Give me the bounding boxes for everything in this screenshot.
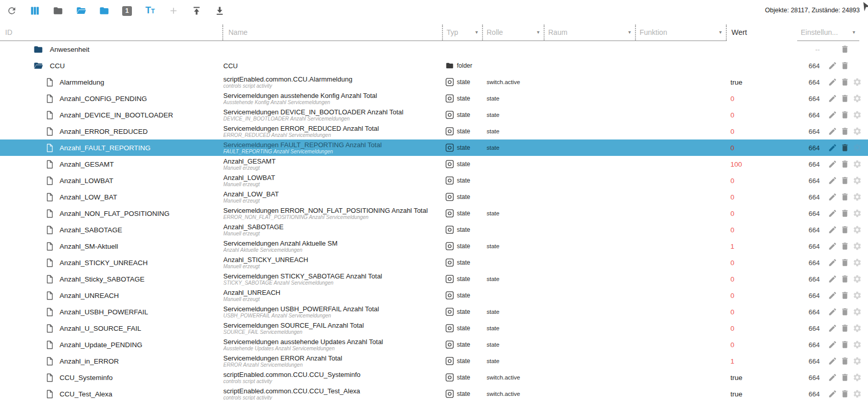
edit-icon[interactable] — [827, 176, 837, 186]
edit-icon[interactable] — [827, 77, 837, 87]
delete-icon[interactable] — [840, 242, 850, 251]
table-row[interactable]: CCU_SysteminfoscriptEnabled.common.CCU.C… — [0, 369, 868, 386]
edit-icon[interactable] — [827, 61, 837, 71]
delete-icon[interactable] — [840, 127, 850, 136]
table-row[interactable]: Anzahl_UNREACHAnzahl_UNREACHManuell erze… — [0, 287, 868, 304]
table-row[interactable]: CCUCCUfolder664 — [0, 57, 868, 74]
typ-filter-select[interactable]: Typ ▾ — [443, 24, 482, 41]
object-value-cell[interactable]: 0 — [726, 107, 794, 123]
refresh-icon[interactable] — [6, 5, 17, 17]
tree-item[interactable]: Anzahl_DEVICE_IN_BOOTLOADER — [0, 107, 223, 123]
delete-icon[interactable] — [840, 110, 850, 120]
table-row[interactable]: Anzahl_SABOTAGEAnzahl_SABOTAGEManuell er… — [0, 222, 868, 238]
rolle-filter-select[interactable]: Rolle ▾ — [483, 24, 544, 41]
tree-item[interactable]: CCU_Systeminfo — [0, 369, 223, 386]
tree-item[interactable]: CCU — [0, 57, 223, 74]
delete-icon[interactable] — [840, 143, 850, 153]
edit-icon[interactable] — [827, 340, 837, 350]
object-value-cell[interactable]: 0 — [726, 123, 794, 139]
tree-item[interactable]: Anzahl_LOWBAT — [0, 172, 223, 189]
tree-item[interactable]: Anzahl_Update_PENDING — [0, 336, 223, 353]
delete-icon[interactable] — [840, 291, 850, 301]
object-value-cell[interactable]: 0 — [726, 304, 794, 320]
edit-icon[interactable] — [827, 159, 837, 169]
object-value-cell[interactable]: true — [726, 369, 794, 386]
table-row[interactable]: Anzahl_USBH_POWERFAILServicemeldungen US… — [0, 304, 868, 320]
expand-level-icon[interactable]: 1 — [121, 5, 133, 17]
edit-icon[interactable] — [827, 127, 837, 136]
table-row[interactable]: CCU_Test_AlexascriptEnabled.common.CCU.C… — [0, 386, 868, 400]
tree-item[interactable]: Anwesenheit — [0, 41, 223, 57]
tree-item[interactable]: Anzahl_SM-Aktuell — [0, 238, 223, 254]
funktion-filter-select[interactable]: Funktion ▾ — [636, 24, 726, 41]
settings-icon[interactable] — [852, 258, 862, 268]
settings-icon[interactable] — [852, 143, 862, 153]
table-row[interactable]: Anzahl_in_ERRORServicemeldungen ERROR An… — [0, 353, 868, 369]
table-row[interactable]: Anzahl_GESAMTAnzahl_GESAMTManuell erzeug… — [0, 156, 868, 172]
folder-open-icon[interactable] — [75, 5, 87, 17]
settings-icon[interactable] — [852, 274, 862, 284]
settings-icon[interactable] — [852, 209, 862, 218]
settings-icon[interactable] — [852, 110, 862, 120]
table-row[interactable]: Anzahl_ERROR_REDUCEDServicemeldungen ERR… — [0, 123, 868, 139]
id-filter-input[interactable] — [0, 28, 222, 36]
tree-item[interactable]: Anzahl_GESAMT — [0, 156, 223, 172]
edit-icon[interactable] — [827, 110, 837, 120]
tree-item[interactable]: Anzahl_CONFIG_PENDING — [0, 90, 223, 107]
delete-icon[interactable] — [840, 324, 850, 333]
edit-icon[interactable] — [827, 209, 837, 218]
tree-item[interactable]: Anzahl_SABOTAGE — [0, 222, 223, 238]
table-row[interactable]: Anwesenheit-- — [0, 41, 868, 57]
delete-icon[interactable] — [840, 307, 850, 317]
table-row[interactable]: Anzahl_NON_FLAT_POSITIONINGServicemeldun… — [0, 205, 868, 222]
edit-icon[interactable] — [827, 356, 837, 366]
edit-icon[interactable] — [827, 307, 837, 317]
edit-icon[interactable] — [827, 373, 837, 383]
table-row[interactable]: Anzahl_LOW_BATAnzahl_LOW_BATManuell erze… — [0, 189, 868, 205]
settings-icon[interactable] — [852, 225, 862, 235]
tree-item[interactable]: Anzahl_U_SOURCE_FAIL — [0, 320, 223, 336]
settings-icon[interactable] — [852, 127, 862, 136]
tree-item[interactable]: Anzahl_UNREACH — [0, 287, 223, 304]
upload-icon[interactable] — [190, 5, 202, 17]
delete-icon[interactable] — [840, 45, 850, 54]
delete-icon[interactable] — [840, 176, 850, 186]
delete-icon[interactable] — [840, 61, 850, 71]
object-value-cell[interactable]: 1 — [726, 353, 794, 369]
settings-icon[interactable] — [852, 159, 862, 169]
delete-icon[interactable] — [840, 389, 850, 399]
tree-item[interactable]: Anzahl_NON_FLAT_POSITIONING — [0, 205, 223, 222]
delete-icon[interactable] — [840, 258, 850, 268]
settings-icon[interactable] — [852, 176, 862, 186]
table-row[interactable]: Anzahl_SM-AktuellServicemeldungen Anzahl… — [0, 238, 868, 254]
einstellungen-filter-select[interactable]: Einstellun... ▾ — [797, 24, 859, 41]
edit-icon[interactable] — [827, 258, 837, 268]
tree-item[interactable]: Alarmmeldung — [0, 74, 223, 90]
settings-icon[interactable] — [852, 242, 862, 251]
edit-icon[interactable] — [827, 143, 837, 153]
settings-icon[interactable] — [852, 77, 862, 87]
object-value-cell[interactable]: 0 — [726, 205, 794, 222]
settings-icon[interactable] — [852, 192, 862, 202]
add-object-icon[interactable] — [167, 5, 179, 17]
table-row[interactable]: Anzahl_STICKY_UNREACHAnzahl_STICKY_UNREA… — [0, 254, 868, 271]
delete-icon[interactable] — [840, 77, 850, 87]
settings-icon[interactable] — [852, 340, 862, 350]
settings-icon[interactable] — [852, 324, 862, 333]
settings-icon[interactable] — [852, 389, 862, 399]
object-value-cell[interactable]: 0 — [726, 189, 794, 205]
object-value-cell[interactable]: 0 — [726, 336, 794, 353]
edit-icon[interactable] — [827, 291, 837, 301]
object-value-cell[interactable]: 0 — [726, 222, 794, 238]
tree-item[interactable]: Anzahl_FAULT_REPORTING — [0, 139, 223, 156]
table-row[interactable]: Anzahl_Sticky_SABOTAGEServicemeldungen S… — [0, 271, 868, 287]
settings-icon[interactable] — [852, 356, 862, 366]
delete-icon[interactable] — [840, 159, 850, 169]
delete-icon[interactable] — [840, 274, 850, 284]
edit-icon[interactable] — [827, 94, 837, 104]
tree-item[interactable]: Anzahl_STICKY_UNREACH — [0, 254, 223, 271]
delete-icon[interactable] — [840, 209, 850, 218]
table-row[interactable]: Anzahl_U_SOURCE_FAILServicemeldungen SOU… — [0, 320, 868, 336]
object-value-cell[interactable]: true — [726, 386, 794, 400]
tree-item[interactable]: Anzahl_in_ERROR — [0, 353, 223, 369]
